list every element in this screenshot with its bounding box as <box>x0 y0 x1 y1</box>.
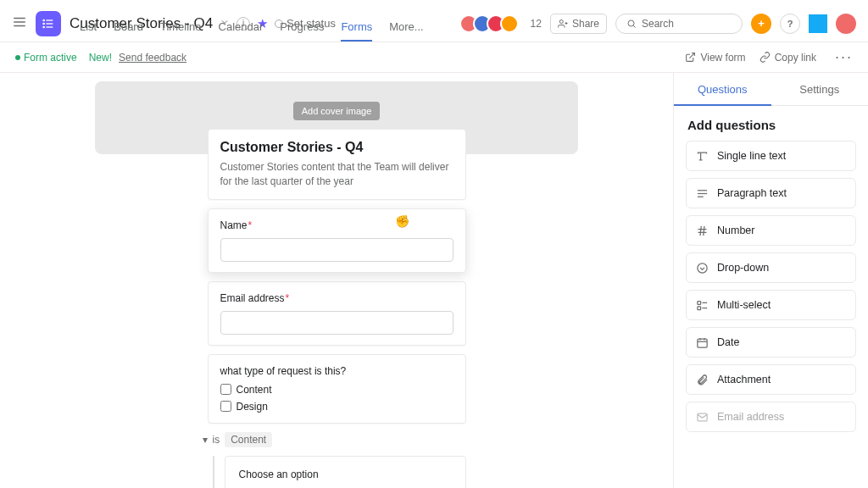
calendar-icon <box>695 336 709 349</box>
branch-question-card[interactable]: Choose an option Choose one... <box>225 456 466 488</box>
paperclip-icon <box>695 373 709 386</box>
branch-value-chip[interactable]: Content <box>225 432 272 447</box>
share-label: Share <box>572 18 599 30</box>
tab-calendar[interactable]: Calendar <box>219 20 264 42</box>
svg-point-7 <box>43 23 44 24</box>
form-active-label: Form active <box>24 52 77 64</box>
chevron-down-icon[interactable]: ▾ <box>203 434 208 446</box>
branch-is-label: is <box>213 434 220 446</box>
question-card-name[interactable]: ✊ Name* <box>208 208 466 273</box>
send-feedback-link[interactable]: Send feedback <box>119 52 186 64</box>
new-badge: New! <box>89 52 112 64</box>
view-form-button[interactable]: View form <box>685 52 745 64</box>
tab-timeline[interactable]: Timeline <box>160 20 202 42</box>
avatar <box>500 14 519 33</box>
branch-condition[interactable]: ▾ is Content <box>199 432 466 447</box>
question-label: Choose an option <box>239 469 452 480</box>
project-icon <box>36 11 61 36</box>
svg-point-10 <box>628 20 634 26</box>
checkbox[interactable] <box>220 401 231 412</box>
copy-link-label: Copy link <box>775 52 816 64</box>
checkbox[interactable] <box>220 384 231 395</box>
svg-rect-21 <box>697 301 700 304</box>
search-placeholder: Search <box>642 18 674 30</box>
add-multi-select[interactable]: Multi-select <box>686 290 856 320</box>
name-input[interactable] <box>220 238 453 262</box>
app-indicator[interactable] <box>809 14 827 33</box>
required-star: * <box>286 292 290 304</box>
menu-toggle-icon[interactable] <box>12 14 27 32</box>
text-icon <box>695 149 709 163</box>
svg-point-9 <box>559 19 563 23</box>
form-title[interactable]: Customer Stories - Q4 <box>220 140 453 155</box>
help-button[interactable]: ? <box>780 14 800 34</box>
sidepanel-tab-questions[interactable]: Questions <box>674 73 771 106</box>
add-attachment[interactable]: Attachment <box>686 364 856 395</box>
email-input[interactable] <box>220 311 453 335</box>
form-active-status[interactable]: Form active <box>15 52 77 64</box>
external-link-icon <box>685 52 696 63</box>
add-single-line-text[interactable]: Single line text <box>686 141 856 171</box>
share-button[interactable]: Share <box>550 14 607 34</box>
form-description[interactable]: Customer Stories content that the Team w… <box>220 160 453 189</box>
add-questions-title: Add questions <box>674 106 868 141</box>
member-count: 12 <box>531 18 542 30</box>
question-card-request-type[interactable]: what type of request is this? Content De… <box>208 354 466 424</box>
more-actions-button[interactable]: ··· <box>830 48 853 66</box>
user-avatar[interactable] <box>836 14 856 34</box>
mail-icon <box>695 410 709 424</box>
svg-point-6 <box>43 19 44 20</box>
add-paragraph-text[interactable]: Paragraph text <box>686 178 856 208</box>
grab-cursor-icon: ✊ <box>395 214 409 228</box>
status-dot-icon <box>15 55 20 60</box>
svg-line-19 <box>703 225 704 235</box>
option-content[interactable]: Content <box>220 384 453 396</box>
svg-point-8 <box>43 26 44 27</box>
paragraph-icon <box>695 186 709 200</box>
add-button[interactable]: + <box>751 14 771 34</box>
link-icon <box>760 52 771 63</box>
tab-more[interactable]: More... <box>389 20 423 42</box>
svg-rect-22 <box>697 306 700 309</box>
tab-forms[interactable]: Forms <box>341 20 372 42</box>
question-label: Name <box>220 219 248 231</box>
number-icon <box>695 224 709 237</box>
svg-rect-25 <box>697 339 706 347</box>
search-icon <box>626 19 637 29</box>
question-label: Email address <box>220 292 285 304</box>
svg-line-18 <box>700 225 701 235</box>
add-date[interactable]: Date <box>686 327 856 358</box>
tab-progress[interactable]: Progress <box>280 20 324 42</box>
svg-point-20 <box>697 263 706 272</box>
svg-line-11 <box>633 25 635 27</box>
add-drop-down[interactable]: Drop-down <box>686 252 856 283</box>
view-form-label: View form <box>700 52 745 64</box>
add-cover-image-button[interactable]: Add cover image <box>293 102 381 120</box>
required-star: * <box>248 219 253 231</box>
tab-list[interactable]: List <box>80 20 97 42</box>
multiselect-icon <box>695 298 709 312</box>
add-email-address: Email address <box>686 402 856 432</box>
option-design[interactable]: Design <box>220 401 453 413</box>
tab-board[interactable]: Board <box>114 20 143 42</box>
dropdown-icon <box>695 261 709 274</box>
member-avatars[interactable] <box>465 14 519 33</box>
search-input[interactable]: Search <box>615 14 743 34</box>
svg-line-12 <box>690 53 695 58</box>
copy-link-button[interactable]: Copy link <box>760 52 816 64</box>
question-label: what type of request is this? <box>220 365 453 377</box>
question-card-email[interactable]: Email address* <box>208 281 466 346</box>
form-header-card[interactable]: Customer Stories - Q4 Customer Stories c… <box>208 129 466 200</box>
sidepanel-tab-settings[interactable]: Settings <box>771 73 869 106</box>
add-number[interactable]: Number <box>686 215 856 246</box>
